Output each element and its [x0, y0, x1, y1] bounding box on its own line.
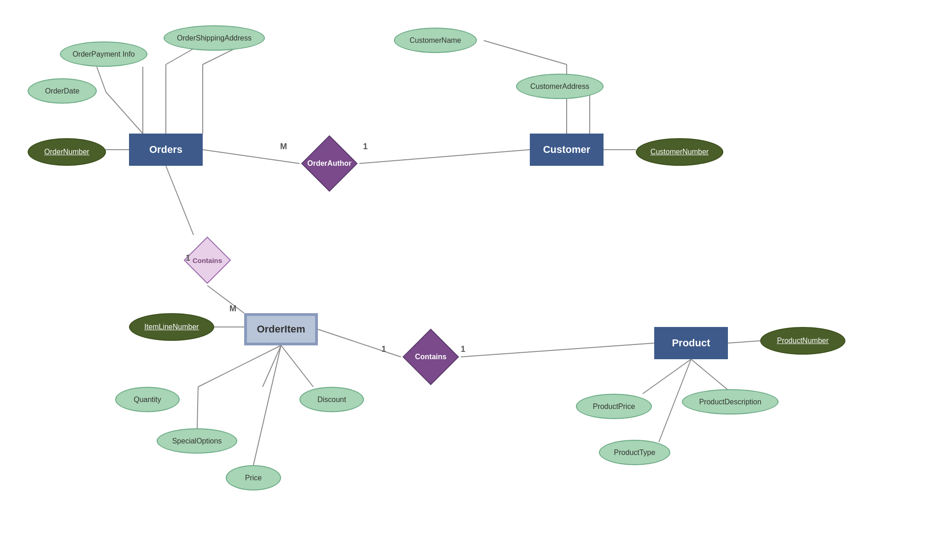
attribute-customername: CustomerName [394, 28, 477, 53]
attribute-quantity: Quantity [115, 387, 180, 412]
svg-line-20 [728, 341, 760, 343]
svg-line-18 [318, 329, 401, 357]
attribute-productdescription: ProductDescription [682, 389, 779, 414]
attribute-itemlinenumber: ItemLineNumber [129, 313, 214, 341]
svg-line-25 [281, 345, 313, 387]
svg-line-28 [197, 387, 198, 428]
attribute-ordernumber: OrderNumber [28, 138, 106, 166]
attribute-productnumber: ProductNumber [760, 327, 845, 355]
svg-line-0 [203, 150, 299, 163]
svg-line-12 [484, 41, 567, 64]
svg-line-24 [263, 345, 281, 387]
cardinality-1b: 1 [186, 253, 190, 263]
attribute-discount: Discount [299, 387, 364, 412]
svg-line-26 [198, 345, 281, 387]
svg-line-5 [97, 67, 106, 92]
entity-customer: Customer [530, 134, 604, 166]
attribute-producttype: ProductType [599, 440, 670, 465]
svg-line-22 [691, 359, 733, 394]
svg-line-15 [166, 166, 193, 235]
relationship-contains2: Contains [401, 327, 461, 387]
relationship-orderauthor: OrderAuthor [299, 134, 359, 193]
cardinality-1c: 1 [381, 344, 386, 354]
svg-line-27 [253, 345, 281, 465]
cardinality-1a: 1 [363, 142, 368, 152]
attribute-customernumber: CustomerNumber [636, 138, 723, 166]
entity-orderitem: OrderItem [244, 313, 318, 345]
er-diagram: Orders Customer Product OrderItem OrderA… [0, 0, 938, 560]
cardinality-m2: M [229, 304, 236, 314]
svg-line-19 [461, 343, 654, 357]
attribute-orderdate: OrderDate [28, 78, 97, 104]
attribute-orderpayment: OrderPayment Info [60, 41, 147, 67]
attribute-specialoptions: SpecialOptions [157, 428, 237, 454]
cardinality-1d: 1 [461, 344, 465, 354]
attribute-price: Price [226, 465, 281, 490]
svg-line-1 [359, 150, 530, 163]
attribute-productprice: ProductPrice [576, 394, 652, 419]
entity-product: Product [654, 327, 728, 359]
entity-orders: Orders [129, 134, 203, 166]
svg-line-21 [643, 359, 691, 394]
attribute-customeraddress: CustomerAddress [516, 74, 604, 99]
svg-line-16 [207, 286, 244, 313]
cardinality-m1: M [280, 142, 287, 152]
attribute-ordershipping: OrderShippingAddress [164, 25, 265, 51]
svg-line-4 [106, 92, 143, 134]
